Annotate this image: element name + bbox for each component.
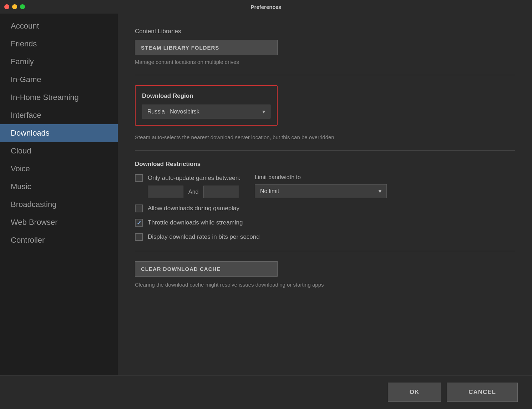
auto-update-row: Only auto-update games between: [135,174,240,182]
bandwidth-select[interactable]: No limit 1 MB/s 2 MB/s 5 MB/s 10 MB/s 25… [255,184,387,198]
main-layout: Account Friends Family In-Game In-Home S… [0,14,532,375]
sidebar-item-account[interactable]: Account [0,17,118,35]
divider-1 [135,75,515,75]
clear-cache-section: CLEAR DOWNLOAD CACHE Clearing the downlo… [135,261,515,288]
region-select[interactable]: Russia - Novosibirsk Russia - Moscow Uni… [142,105,270,118]
time-from-input[interactable] [148,186,183,198]
throttle-downloads-label: Throttle downloads while streaming [148,219,243,226]
display-rates-bits-checkbox[interactable] [135,233,143,241]
display-rates-bits-label: Display download rates in bits per secon… [148,233,260,241]
checkmark-icon: ✓ [137,219,141,226]
content-panel: Content Libraries STEAM LIBRARY FOLDERS … [118,14,532,375]
close-button[interactable] [4,4,9,9]
download-restrictions-section: Download Restrictions Only auto-update g… [135,161,515,241]
region-select-wrapper: Russia - Novosibirsk Russia - Moscow Uni… [142,105,270,118]
sidebar-item-friends[interactable]: Friends [0,35,118,53]
window-title: Preferences [251,4,282,10]
download-region-label: Download Region [142,92,270,100]
content-libraries-section: Content Libraries STEAM LIBRARY FOLDERS … [135,28,515,65]
content-libraries-description: Manage content locations on multiple dri… [135,59,515,65]
titlebar: Preferences [0,0,532,14]
download-region-section: Download Region Russia - Novosibirsk Rus… [135,85,278,126]
auto-update-label: Only auto-update games between: [148,175,240,182]
sidebar-item-music[interactable]: Music [0,178,118,196]
content-libraries-label: Content Libraries [135,28,515,35]
steam-library-folders-button[interactable]: STEAM LIBRARY FOLDERS [135,40,278,55]
divider-3 [135,251,515,251]
download-region-description: Steam auto-selects the nearest download … [135,134,515,140]
maximize-button[interactable] [20,4,25,9]
bandwidth-section: Only auto-update games between: And Limi… [135,174,515,198]
display-rates-bits-row: Display download rates in bits per secon… [135,233,515,241]
allow-downloads-gameplay-label: Allow downloads during gameplay [148,205,239,212]
bottom-bar: OK CANCEL [0,375,532,409]
sidebar-item-interface[interactable]: Interface [0,106,118,124]
clear-download-cache-button[interactable]: CLEAR DOWNLOAD CACHE [135,261,278,277]
sidebar-item-broadcasting[interactable]: Broadcasting [0,196,118,213]
ok-button[interactable]: OK [388,383,441,402]
sidebar-item-controller[interactable]: Controller [0,231,118,249]
download-restrictions-label: Download Restrictions [135,161,515,168]
auto-update-checkbox[interactable] [135,174,143,182]
divider-2 [135,150,515,151]
sidebar-item-cloud[interactable]: Cloud [0,142,118,160]
cancel-button[interactable]: CANCEL [447,383,518,402]
throttle-downloads-row: ✓ Throttle downloads while streaming [135,219,515,227]
bandwidth-select-wrapper: No limit 1 MB/s 2 MB/s 5 MB/s 10 MB/s 25… [255,184,387,198]
sidebar-item-in-home-streaming[interactable]: In-Home Streaming [0,89,118,106]
sidebar-item-downloads[interactable]: Downloads [0,124,118,142]
sidebar-item-family[interactable]: Family [0,53,118,71]
clear-cache-description: Clearing the download cache might resolv… [135,282,515,288]
sidebar-item-in-game[interactable]: In-Game [0,71,118,89]
time-to-input[interactable] [203,186,239,198]
allow-downloads-gameplay-checkbox[interactable] [135,204,143,212]
bandwidth-label: Limit bandwidth to [255,174,387,181]
throttle-downloads-checkbox[interactable]: ✓ [135,219,143,227]
time-range-row: And [148,186,240,198]
window-controls [4,4,25,9]
minimize-button[interactable] [12,4,17,9]
sidebar: Account Friends Family In-Game In-Home S… [0,14,118,375]
and-text: And [188,189,198,195]
sidebar-item-voice[interactable]: Voice [0,160,118,178]
bandwidth-group: Limit bandwidth to No limit 1 MB/s 2 MB/… [255,174,387,198]
sidebar-item-web-browser[interactable]: Web Browser [0,213,118,231]
auto-update-group: Only auto-update games between: And [135,174,240,198]
allow-downloads-gameplay-row: Allow downloads during gameplay [135,204,515,212]
